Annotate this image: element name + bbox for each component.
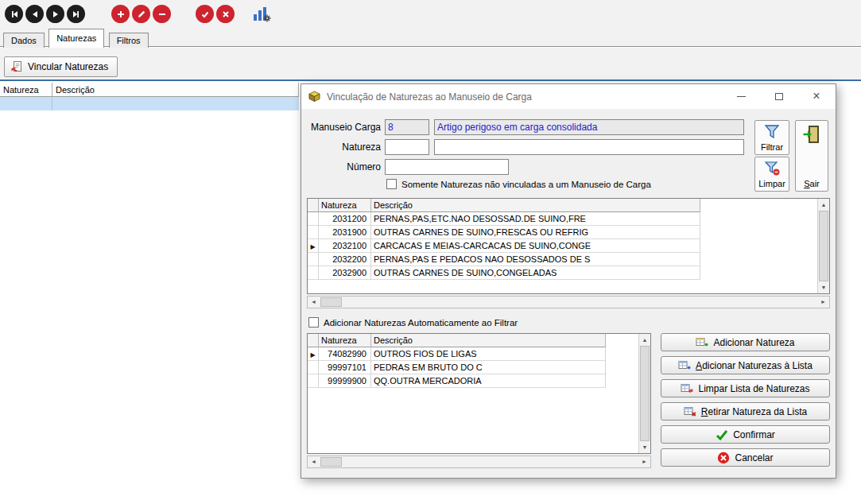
vertical-scrollbar[interactable]: ▲ ▼: [638, 334, 650, 453]
first-record-button[interactable]: [5, 5, 23, 23]
auto-add-checkbox[interactable]: [308, 317, 319, 328]
dialog-titlebar[interactable]: Vinculação de Naturezas ao Manuseio de C…: [301, 84, 836, 109]
edit-record-button[interactable]: [132, 5, 150, 23]
sair-button[interactable]: Sair: [795, 120, 828, 192]
manuseio-carga-code-field[interactable]: [385, 119, 429, 135]
row-indicator-header: [308, 199, 319, 212]
adicionar-natureza-button[interactable]: Adicionar Natureza: [661, 333, 830, 351]
tab-filtros[interactable]: Filtros: [109, 33, 149, 48]
table-row[interactable]: 2031200 PERNAS,PAS,ETC.NAO DESOSSAD.DE S…: [308, 212, 700, 226]
scroll-thumb[interactable]: [819, 211, 828, 281]
cell-descricao: [52, 97, 299, 110]
cancel-circle-icon: [717, 452, 730, 464]
adicionar-natureza-label: Adicionar Natureza: [713, 337, 794, 348]
cell-natureza: 99999900: [319, 374, 371, 388]
confirm-record-button[interactable]: [196, 5, 214, 23]
manuseio-carga-desc-field[interactable]: [434, 119, 744, 135]
filtrar-button[interactable]: Filtrar: [754, 120, 789, 155]
first-record-icon: [10, 10, 19, 19]
scroll-right-icon[interactable]: ►: [817, 297, 829, 308]
background-grid-selected-row[interactable]: [0, 97, 299, 110]
vinculacao-dialog: Vinculação de Naturezas ao Manuseio de C…: [301, 83, 836, 479]
table-row-selected[interactable]: 2032100 CARCACAS E MEIAS-CARCACAS DE SUI…: [308, 239, 700, 253]
scroll-thumb[interactable]: [320, 457, 342, 467]
limpar-button[interactable]: Limpar: [754, 157, 789, 192]
cell-natureza: 2032100: [319, 239, 371, 253]
scroll-left-icon[interactable]: ◄: [308, 456, 320, 467]
column-header-natureza[interactable]: Natureza: [319, 334, 371, 347]
scroll-thumb[interactable]: [320, 297, 342, 307]
cell-natureza: 2031200: [319, 212, 371, 226]
maximize-button[interactable]: [767, 84, 791, 108]
cancel-record-icon: [221, 10, 231, 19]
cancelar-button[interactable]: Cancelar: [661, 448, 830, 467]
column-header-descricao[interactable]: Descrição: [52, 83, 299, 97]
numero-field[interactable]: [385, 159, 509, 175]
cell-natureza: 2031900: [319, 226, 371, 239]
horizontal-scrollbar[interactable]: ◄ ►: [307, 456, 651, 468]
table-add-icon: [696, 337, 708, 348]
cancel-record-button[interactable]: [216, 5, 235, 23]
limpar-lista-label: Limpar Lista de Naturezas: [698, 383, 809, 394]
column-header-descricao[interactable]: Descrição: [371, 199, 700, 212]
add-record-icon: [116, 10, 126, 19]
table-row[interactable]: 99997101 PEDRAS EM BRUTO DO C: [308, 361, 606, 374]
minimize-icon: [737, 96, 746, 97]
previous-record-icon: [30, 10, 40, 19]
scroll-up-icon[interactable]: ▲: [818, 199, 829, 211]
retirar-natureza-label: Retirar Natureza da Lista: [701, 406, 807, 417]
manuseio-carga-label: Manuseio Carga: [301, 122, 381, 133]
horizontal-scrollbar[interactable]: ◄ ►: [307, 296, 830, 308]
scroll-down-icon[interactable]: ▼: [639, 441, 650, 453]
scroll-right-icon[interactable]: ►: [638, 456, 650, 467]
delete-record-button[interactable]: [153, 5, 171, 23]
naturezas-selected-grid: Natureza Descrição 74082990 OUTROS FIOS …: [307, 333, 651, 454]
scroll-left-icon[interactable]: ◄: [308, 297, 320, 308]
last-record-button[interactable]: [67, 5, 85, 23]
table-row[interactable]: 99999900 QQ.OUTRA MERCADORIA: [308, 374, 606, 388]
next-record-button[interactable]: [46, 5, 64, 23]
table-row[interactable]: 2032200 PERNAS,PAS E PEDACOS NAO DESOSSA…: [308, 253, 700, 266]
only-unlinked-checkbox[interactable]: [386, 179, 397, 189]
retirar-natureza-button[interactable]: Retirar Natureza da Lista: [661, 402, 830, 421]
natureza-code-field[interactable]: [385, 139, 429, 155]
confirmar-button[interactable]: Confirmar: [661, 425, 830, 444]
column-header-natureza[interactable]: Natureza: [319, 199, 371, 212]
cell-natureza: 2032900: [319, 266, 371, 280]
column-header-natureza[interactable]: Natureza: [0, 83, 52, 97]
table-row[interactable]: 2032900 OUTRAS CARNES DE SUINO,CONGELADA…: [308, 266, 700, 280]
tab-naturezas[interactable]: Naturezas: [48, 29, 104, 48]
adicionar-naturezas-lista-label: Adicionar Naturezas à Lista: [696, 360, 813, 371]
confirmar-label: Confirmar: [733, 429, 775, 440]
adicionar-naturezas-lista-button[interactable]: Adicionar Naturezas à Lista: [661, 356, 830, 374]
table-row-selected[interactable]: 74082990 OUTROS FIOS DE LIGAS: [308, 347, 606, 361]
row-indicator: [308, 226, 319, 239]
limpar-lista-button[interactable]: Limpar Lista de Naturezas: [661, 379, 830, 397]
cancelar-label: Cancelar: [735, 452, 773, 463]
natureza-desc-field[interactable]: [434, 139, 744, 155]
row-indicator-header: [308, 334, 319, 347]
sair-label: Sair: [804, 179, 820, 188]
cell-descricao: QQ.OUTRA MERCADORIA: [371, 374, 606, 388]
chart-settings-button[interactable]: [251, 5, 272, 24]
scroll-down-icon[interactable]: ▼: [818, 281, 829, 293]
vincular-naturezas-button[interactable]: Vincular Naturezas: [4, 56, 118, 77]
tab-bar: Dados Naturezas Filtros: [0, 29, 861, 47]
cell-natureza: [0, 97, 52, 110]
row-indicator: [308, 253, 319, 266]
funnel-icon: [763, 124, 781, 140]
row-indicator: [308, 266, 319, 280]
vertical-scrollbar[interactable]: ▲ ▼: [817, 199, 829, 293]
column-header-descricao[interactable]: Descrição: [371, 334, 606, 347]
scroll-up-icon[interactable]: ▲: [639, 334, 650, 346]
scroll-thumb[interactable]: [640, 346, 650, 441]
limpar-label: Limpar: [758, 179, 785, 188]
dialog-title: Vinculação de Naturezas ao Manuseio de C…: [327, 91, 532, 103]
add-record-button[interactable]: [111, 5, 130, 23]
tab-dados[interactable]: Dados: [3, 33, 45, 48]
close-button[interactable]: ×: [805, 84, 828, 108]
only-unlinked-label: Somente Naturezas não vinculadas a um Ma…: [401, 180, 651, 189]
previous-record-button[interactable]: [25, 5, 44, 23]
minimize-button[interactable]: [729, 84, 753, 108]
table-row[interactable]: 2031900 OUTRAS CARNES DE SUINO,FRESCAS O…: [308, 226, 700, 239]
